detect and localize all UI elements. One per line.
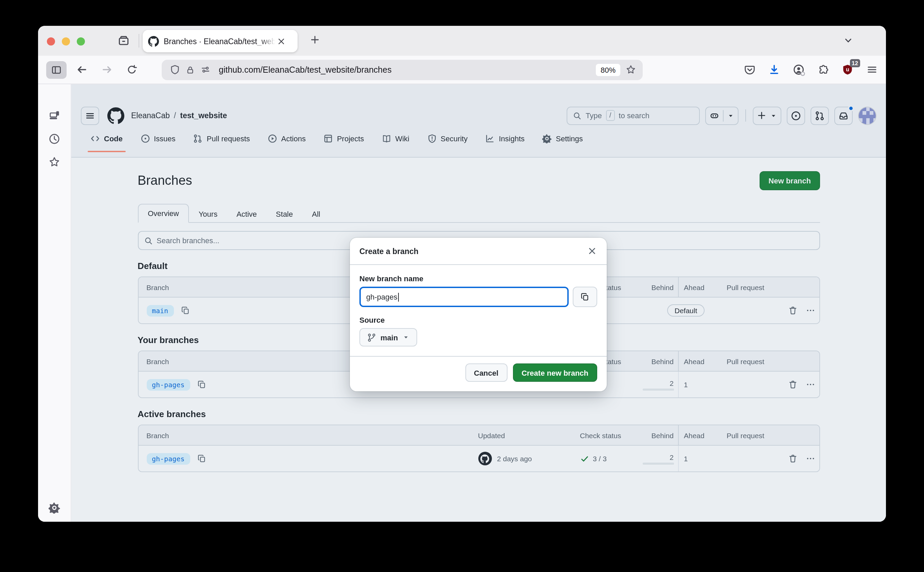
close-icon[interactable] bbox=[587, 246, 597, 256]
page-title: Branches bbox=[138, 173, 192, 188]
kebab-menu-icon[interactable] bbox=[806, 380, 815, 389]
download-icon[interactable] bbox=[768, 64, 780, 75]
notifications-inbox-button[interactable] bbox=[834, 106, 852, 125]
breadcrumb-repo[interactable]: test_website bbox=[180, 111, 227, 120]
github-search-input[interactable]: Type / to search bbox=[567, 106, 700, 125]
branch-link[interactable]: main bbox=[146, 305, 174, 316]
default-badge: Default bbox=[667, 304, 705, 317]
lock-icon[interactable] bbox=[185, 65, 195, 75]
screen: Branches · EleanaCab/test_webs github.co… bbox=[0, 0, 924, 572]
history-icon[interactable] bbox=[48, 133, 60, 145]
inbox-icon bbox=[838, 110, 849, 121]
tab-wiki[interactable]: Wiki bbox=[381, 132, 409, 152]
tab-active[interactable]: Active bbox=[227, 205, 266, 223]
branch-name-input[interactable]: gh-pages bbox=[359, 287, 569, 307]
new-tab-button[interactable] bbox=[310, 35, 320, 45]
source-branch-dropdown[interactable]: main bbox=[359, 328, 417, 347]
book-icon bbox=[381, 134, 391, 143]
zoom-window-button[interactable] bbox=[77, 37, 85, 45]
copilot-icon bbox=[709, 110, 720, 121]
copy-branch-icon[interactable] bbox=[197, 454, 206, 463]
create-new-button[interactable] bbox=[753, 106, 781, 125]
tab-title: Branches · EleanaCab/test_webs bbox=[164, 37, 275, 45]
gear-icon bbox=[542, 134, 552, 143]
url-bar[interactable]: github.com/EleanaCab/test_website/branch… bbox=[162, 59, 643, 80]
delete-branch-icon[interactable] bbox=[788, 380, 797, 389]
breadcrumb-owner[interactable]: EleanaCab bbox=[131, 111, 170, 120]
committer-avatar[interactable] bbox=[478, 452, 492, 465]
tab-yours[interactable]: Yours bbox=[189, 205, 227, 223]
source-label: Source bbox=[359, 316, 597, 324]
search-icon bbox=[573, 111, 582, 120]
git-branch-icon bbox=[367, 333, 376, 342]
account-icon[interactable] bbox=[793, 64, 805, 76]
avatar[interactable] bbox=[858, 106, 876, 125]
unread-dot bbox=[848, 105, 854, 111]
chevron-down-icon bbox=[402, 334, 409, 341]
kebab-menu-icon[interactable] bbox=[806, 306, 815, 315]
create-new-branch-button[interactable]: Create new branch bbox=[513, 364, 597, 382]
pocket-icon[interactable] bbox=[744, 64, 756, 75]
check-status-count[interactable]: 3 / 3 bbox=[593, 454, 607, 463]
sidebar-toggle-button[interactable] bbox=[46, 61, 67, 78]
tracking-shield-icon[interactable] bbox=[170, 65, 180, 75]
new-branch-button[interactable]: New branch bbox=[759, 171, 820, 190]
tab-overview[interactable]: Overview bbox=[138, 204, 189, 223]
list-all-tabs-icon[interactable] bbox=[843, 35, 853, 45]
synced-tabs-icon[interactable] bbox=[48, 109, 60, 121]
reload-button[interactable] bbox=[126, 64, 137, 75]
branch-link[interactable]: gh-pages bbox=[146, 379, 190, 390]
firefox-view-icon[interactable] bbox=[118, 35, 130, 47]
browser-tab[interactable]: Branches · EleanaCab/test_webs bbox=[143, 30, 297, 52]
shield-icon bbox=[427, 134, 437, 143]
back-button[interactable] bbox=[76, 64, 88, 75]
pull-requests-header-button[interactable] bbox=[810, 106, 829, 125]
section-heading-active: Active branches bbox=[138, 409, 820, 419]
play-icon bbox=[268, 134, 277, 143]
tab-code[interactable]: Code bbox=[90, 132, 123, 152]
sidebar-settings-icon[interactable] bbox=[48, 502, 60, 514]
url-text[interactable]: github.com/EleanaCab/test_website/branch… bbox=[219, 65, 590, 75]
bookmarks-icon[interactable] bbox=[48, 156, 60, 168]
close-tab-icon[interactable] bbox=[277, 36, 286, 46]
minimize-window-button[interactable] bbox=[62, 37, 70, 45]
extensions-icon[interactable] bbox=[818, 64, 829, 75]
tab-projects[interactable]: Projects bbox=[324, 132, 364, 152]
tab-actions[interactable]: Actions bbox=[268, 132, 306, 152]
updated-time[interactable]: 2 days ago bbox=[497, 454, 532, 463]
cancel-button[interactable]: Cancel bbox=[465, 364, 507, 382]
kebab-menu-icon[interactable] bbox=[806, 454, 815, 463]
chevron-down-icon bbox=[727, 112, 734, 119]
behind-bar bbox=[642, 462, 674, 464]
menu-icon[interactable] bbox=[866, 64, 878, 75]
text-cursor bbox=[398, 292, 399, 301]
bookmark-star-icon[interactable] bbox=[626, 65, 636, 75]
copy-name-button[interactable] bbox=[573, 287, 597, 307]
tab-insights[interactable]: Insights bbox=[485, 132, 525, 152]
branch-name-label: New branch name bbox=[359, 274, 597, 283]
copilot-button[interactable] bbox=[705, 106, 739, 125]
issues-header-button[interactable] bbox=[787, 106, 805, 125]
modal-title: Create a branch bbox=[359, 247, 418, 255]
github-header: EleanaCab / test_website Type / to searc… bbox=[72, 84, 886, 158]
tab-pull-requests[interactable]: Pull requests bbox=[193, 132, 250, 152]
close-window-button[interactable] bbox=[47, 37, 55, 45]
browser-tab-bar: Branches · EleanaCab/test_webs bbox=[38, 26, 886, 56]
tab-all[interactable]: All bbox=[302, 205, 330, 223]
zoom-level-badge[interactable]: 80% bbox=[596, 64, 620, 76]
ublock-origin-icon[interactable]: 12 bbox=[842, 64, 853, 75]
github-logo-icon[interactable] bbox=[107, 107, 124, 124]
tab-stale[interactable]: Stale bbox=[266, 205, 302, 223]
tab-issues[interactable]: Issues bbox=[140, 132, 176, 152]
branch-link[interactable]: gh-pages bbox=[146, 453, 190, 464]
permissions-icon[interactable] bbox=[201, 65, 211, 75]
tab-settings[interactable]: Settings bbox=[542, 132, 583, 152]
delete-branch-icon[interactable] bbox=[788, 306, 797, 315]
tab-security[interactable]: Security bbox=[427, 132, 468, 152]
delete-branch-icon[interactable] bbox=[788, 454, 797, 463]
github-favicon-icon bbox=[148, 36, 159, 47]
copy-branch-icon[interactable] bbox=[197, 380, 206, 389]
github-hamburger-button[interactable] bbox=[81, 106, 99, 125]
copy-branch-icon[interactable] bbox=[180, 306, 190, 315]
forward-button[interactable] bbox=[101, 64, 113, 75]
